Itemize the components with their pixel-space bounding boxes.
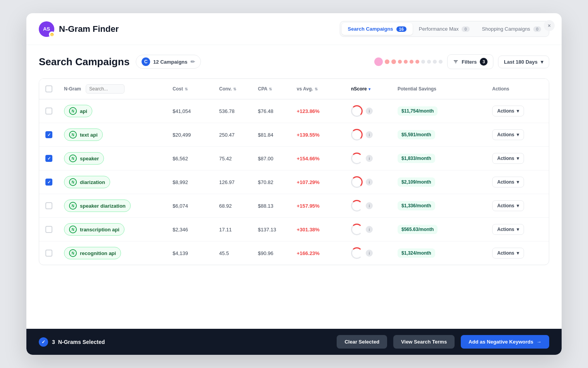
chevron-down-icon: ▾: [517, 227, 519, 232]
dot-3: [398, 60, 402, 64]
nscore-cell-transcription-api: i: [351, 224, 398, 235]
ngram-badge-diarization: N diarization: [64, 176, 110, 188]
n-icon: N: [69, 131, 77, 139]
th-cpa[interactable]: CPA ⇅: [258, 86, 297, 92]
ngram-cell-api: N api: [64, 105, 173, 117]
cost-cell-speaker-diarization: $6,074: [173, 203, 219, 209]
view-search-terms-button[interactable]: View Search Terms: [393, 335, 455, 349]
vsavg-cell-recognition-api: +166.23%: [297, 250, 351, 256]
checkbox-speaker-diarization[interactable]: [45, 202, 52, 209]
info-icon-diarization[interactable]: i: [366, 179, 373, 186]
chevron-down-icon: ▾: [517, 179, 519, 185]
avatar: AS G: [39, 21, 54, 37]
th-conv[interactable]: Conv. ⇅: [219, 86, 258, 92]
chevron-down-icon: ▾: [541, 59, 543, 65]
info-icon-api[interactable]: i: [366, 108, 373, 115]
checkbox-recognition-api[interactable]: [45, 250, 52, 257]
n-icon: N: [69, 154, 77, 162]
checkbox-diarization[interactable]: [45, 179, 52, 186]
ngram-badge-text-api: N text api: [64, 128, 103, 141]
select-all-checkbox[interactable]: [45, 85, 52, 92]
score-ring-text-api: [351, 129, 363, 141]
row-checkbox-api[interactable]: [45, 108, 64, 115]
ngram-badge-recognition-api: N recognition api: [64, 247, 121, 259]
th-cost[interactable]: Cost ⇅: [173, 86, 219, 92]
score-ring-speaker: [351, 153, 363, 164]
sort-icon-vsavg: ⇅: [315, 87, 318, 91]
th-nscore[interactable]: nScore ▾: [351, 86, 398, 92]
row-checkbox-speaker[interactable]: [45, 155, 64, 162]
row-checkbox-recognition-api[interactable]: [45, 250, 64, 257]
dot-7: [421, 60, 425, 64]
close-button[interactable]: ×: [544, 20, 555, 31]
cpa-cell-transcription-api: $137.13: [258, 227, 297, 233]
vsavg-cell-text-api: +139.55%: [297, 132, 351, 138]
header: AS G N-Gram Finder Search Campaigns 16 P…: [26, 13, 562, 45]
score-ring-diarization: [351, 176, 363, 188]
app-title: N-Gram Finder: [59, 24, 119, 34]
ngram-cell-diarization: N diarization: [64, 176, 173, 188]
dot-1: [385, 59, 389, 64]
vsavg-cell-diarization: +107.29%: [297, 179, 351, 185]
th-ngram: N-Gram: [64, 84, 173, 94]
close-icon: ×: [548, 23, 551, 29]
tab-shopping-campaigns[interactable]: Shopping Campaigns 0: [476, 23, 547, 35]
table-row: N speaker diarization $6,074 68.92 $88.1…: [39, 194, 549, 218]
cpa-cell-recognition-api: $90.96: [258, 250, 297, 256]
filters-button[interactable]: Filters 3: [447, 54, 493, 69]
nscore-cell-text-api: i: [351, 129, 398, 141]
google-ads-icon: G: [50, 33, 54, 36]
info-icon-recognition-api[interactable]: i: [366, 250, 373, 257]
conv-cell-text-api: 250.47: [219, 132, 258, 138]
arrow-right-icon: →: [536, 339, 541, 345]
info-icon-text-api[interactable]: i: [366, 131, 373, 138]
actions-button-speaker[interactable]: Actions ▾: [492, 153, 524, 164]
date-range-button[interactable]: Last 180 Days ▾: [498, 56, 549, 68]
selected-info: ✓ 3 N-Grams Selected: [39, 337, 330, 347]
data-table: N-Gram Cost ⇅ Conv. ⇅ CPA ⇅ vs Avg. ⇅: [39, 78, 549, 265]
info-icon-speaker-diarization[interactable]: i: [366, 202, 373, 209]
actions-cell-recognition-api: Actions ▾: [492, 248, 543, 259]
actions-button-transcription-api[interactable]: Actions ▾: [492, 224, 524, 235]
chevron-down-icon: ▾: [517, 203, 519, 208]
dot-6: [415, 60, 419, 64]
row-checkbox-diarization[interactable]: [45, 179, 64, 186]
main-window: × AS G N-Gram Finder Search Campaigns 16: [26, 13, 562, 355]
ngram-badge-api: N api: [64, 105, 92, 117]
main-content: Search Campaigns C 12 Campaigns ✏: [26, 45, 562, 329]
logo-area: AS G N-Gram Finder: [39, 21, 330, 37]
actions-cell-text-api: Actions ▾: [492, 129, 543, 140]
row-checkbox-speaker-diarization[interactable]: [45, 202, 64, 209]
savings-cell-diarization: $2,109/month: [398, 177, 492, 187]
add-negative-keywords-button[interactable]: Add as Negative Keywords →: [461, 335, 549, 349]
ngram-search-input[interactable]: [86, 84, 125, 94]
info-icon-transcription-api[interactable]: i: [366, 226, 373, 233]
edit-icon[interactable]: ✏: [190, 59, 195, 65]
row-checkbox-transcription-api[interactable]: [45, 226, 64, 233]
nscore-cell-api: i: [351, 105, 398, 117]
score-ring-api: [351, 105, 363, 117]
campaigns-badge[interactable]: C 12 Campaigns ✏: [136, 55, 201, 69]
actions-button-api[interactable]: Actions ▾: [492, 106, 524, 116]
actions-button-diarization[interactable]: Actions ▾: [492, 177, 524, 187]
n-icon: N: [69, 178, 77, 186]
checkbox-speaker[interactable]: [45, 155, 52, 162]
svg-text:G: G: [51, 33, 53, 36]
clear-selected-button[interactable]: Clear Selected: [337, 335, 387, 349]
actions-button-speaker-diarization[interactable]: Actions ▾: [492, 200, 524, 211]
cost-cell-speaker: $6,562: [173, 156, 219, 161]
score-ring-recognition-api: [351, 247, 363, 259]
chevron-down-icon: ▾: [517, 132, 519, 137]
th-vsavg[interactable]: vs Avg. ⇅: [297, 86, 351, 92]
tab-search-campaigns[interactable]: Search Campaigns 16: [342, 23, 413, 35]
cpa-cell-diarization: $70.82: [258, 179, 297, 185]
checkbox-transcription-api[interactable]: [45, 226, 52, 233]
checkbox-api[interactable]: [45, 108, 52, 115]
actions-button-recognition-api[interactable]: Actions ▾: [492, 248, 524, 259]
vsavg-cell-api: +123.86%: [297, 108, 351, 114]
tab-performance-max[interactable]: Performance Max 0: [413, 23, 476, 35]
info-icon-speaker[interactable]: i: [366, 155, 373, 162]
checkbox-text-api[interactable]: [45, 131, 52, 138]
row-checkbox-text-api[interactable]: [45, 131, 64, 138]
actions-button-text-api[interactable]: Actions ▾: [492, 129, 524, 140]
